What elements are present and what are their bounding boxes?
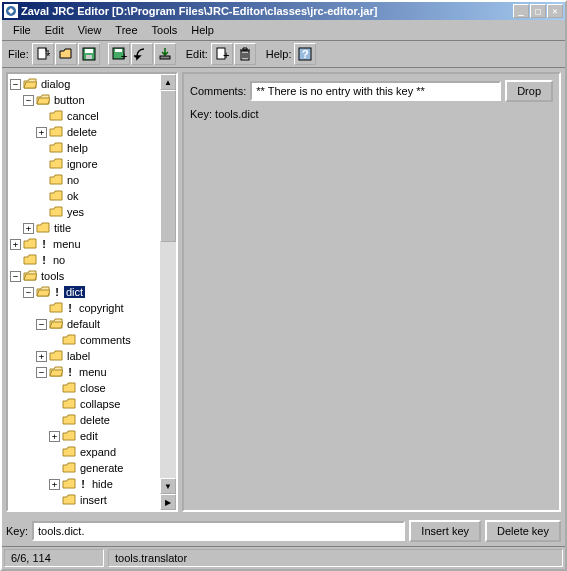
tree-row-close[interactable]: close xyxy=(10,380,160,396)
tree-row-default[interactable]: −default xyxy=(10,316,160,332)
minimize-button[interactable]: _ xyxy=(513,4,529,18)
node-label: yes xyxy=(65,206,86,218)
node-label-selected: dict xyxy=(64,286,85,298)
tree-row-menu[interactable]: +!menu xyxy=(10,236,160,252)
node-label: insert xyxy=(78,494,109,506)
node-label: delete xyxy=(78,414,112,426)
close-button[interactable]: ✕ xyxy=(547,4,563,18)
folder-open-icon xyxy=(36,286,50,298)
svg-rect-1 xyxy=(38,48,46,59)
status-left: 6/6, 114 xyxy=(4,549,104,567)
scroll-down-icon[interactable]: ▼ xyxy=(160,478,176,494)
scroll-thumb[interactable] xyxy=(160,90,176,242)
toolbar-help-label: Help: xyxy=(266,48,292,60)
undo-icon[interactable] xyxy=(131,43,153,65)
scroll-right-icon[interactable]: ▶ xyxy=(160,494,176,510)
tree-scroll[interactable]: −dialog −button cancel +delete help igno… xyxy=(8,74,160,510)
tree-row-tools[interactable]: −tools xyxy=(10,268,160,284)
insert-key-button[interactable]: Insert key xyxy=(409,520,481,542)
tree-row-edit[interactable]: +edit xyxy=(10,428,160,444)
tree-row-ok[interactable]: ok xyxy=(10,188,160,204)
tree-row-menu2[interactable]: −!menu xyxy=(10,364,160,380)
help-icon[interactable]: ? xyxy=(294,43,316,65)
delete-key-button[interactable]: Delete key xyxy=(485,520,561,542)
folder-closed-icon xyxy=(62,334,76,346)
comments-field[interactable]: ** There is no entry with this key ** xyxy=(250,81,501,101)
tree-row-cancel[interactable]: cancel xyxy=(10,108,160,124)
plus-icon[interactable]: + xyxy=(36,351,47,362)
menu-tools[interactable]: Tools xyxy=(145,22,185,38)
tree-row-insert[interactable]: insert xyxy=(10,492,160,508)
tree-scrollbar[interactable]: ▲ ▼ xyxy=(160,74,176,494)
minus-icon[interactable]: − xyxy=(36,367,47,378)
menu-tree[interactable]: Tree xyxy=(108,22,144,38)
tree-row-dict[interactable]: −!dict xyxy=(10,284,160,300)
plus-icon[interactable]: + xyxy=(23,223,34,234)
key-display-value: tools.dict xyxy=(215,108,258,120)
menu-view[interactable]: View xyxy=(71,22,109,38)
tree-row-ignore[interactable]: ignore xyxy=(10,156,160,172)
tree-row-generate[interactable]: generate xyxy=(10,460,160,476)
node-label: menu xyxy=(77,366,109,378)
tree-row-collapse[interactable]: collapse xyxy=(10,396,160,412)
node-label: generate xyxy=(78,462,125,474)
tree-row-label[interactable]: +label xyxy=(10,348,160,364)
tree-row-copyright[interactable]: !copyright xyxy=(10,300,160,316)
folder-closed-icon xyxy=(49,302,63,314)
menu-file[interactable]: File xyxy=(6,22,38,38)
tree-row-comments[interactable]: comments xyxy=(10,332,160,348)
minus-icon[interactable]: − xyxy=(10,79,21,90)
new-file-icon[interactable]: * xyxy=(32,43,54,65)
svg-text:?: ? xyxy=(302,48,309,60)
drop-button[interactable]: Drop xyxy=(505,80,553,102)
folder-closed-icon xyxy=(49,158,63,170)
save-as-icon[interactable]: + xyxy=(108,43,130,65)
folder-closed-icon xyxy=(62,414,76,426)
import-icon[interactable] xyxy=(154,43,176,65)
minus-icon[interactable]: − xyxy=(10,271,21,282)
minus-icon[interactable]: − xyxy=(36,319,47,330)
folder-open-icon xyxy=(23,78,37,90)
tree-row-title[interactable]: +title xyxy=(10,220,160,236)
folder-closed-icon xyxy=(23,238,37,250)
folder-closed-icon xyxy=(62,382,76,394)
node-label: default xyxy=(65,318,102,330)
tree-row-no2[interactable]: !no xyxy=(10,252,160,268)
folder-closed-icon xyxy=(62,494,76,506)
tree-row-hide[interactable]: +!hide xyxy=(10,476,160,492)
key-input[interactable] xyxy=(32,521,405,541)
plus-icon[interactable]: + xyxy=(36,127,47,138)
tree-row-button[interactable]: −button xyxy=(10,92,160,108)
delete-key-icon[interactable] xyxy=(234,43,256,65)
menu-edit[interactable]: Edit xyxy=(38,22,71,38)
folder-open-icon xyxy=(36,94,50,106)
maximize-button[interactable]: □ xyxy=(530,4,546,18)
node-label: title xyxy=(52,222,73,234)
warning-icon: ! xyxy=(65,302,75,314)
plus-icon[interactable]: + xyxy=(49,479,60,490)
folder-closed-icon xyxy=(49,126,63,138)
tree-row-delete[interactable]: +delete xyxy=(10,124,160,140)
minus-icon[interactable]: − xyxy=(23,95,34,106)
plus-icon[interactable]: + xyxy=(10,239,21,250)
node-label: delete xyxy=(65,126,99,138)
menu-help[interactable]: Help xyxy=(184,22,221,38)
tree-row-dialog[interactable]: −dialog xyxy=(10,76,160,92)
folder-closed-icon xyxy=(49,206,63,218)
tree-row-expand[interactable]: expand xyxy=(10,444,160,460)
folder-closed-icon xyxy=(62,430,76,442)
comments-row: Comments: ** There is no entry with this… xyxy=(190,80,553,102)
status-right: tools.translator xyxy=(108,549,563,567)
minus-icon[interactable]: − xyxy=(23,287,34,298)
node-label: no xyxy=(65,174,81,186)
titlebar: Zaval JRC Editor [D:\Program Files\JRC-E… xyxy=(2,2,565,20)
tree-row-no[interactable]: no xyxy=(10,172,160,188)
tree-row-delete2[interactable]: delete xyxy=(10,412,160,428)
plus-icon[interactable]: + xyxy=(49,431,60,442)
new-key-icon[interactable]: + xyxy=(211,43,233,65)
tree-row-yes[interactable]: yes xyxy=(10,204,160,220)
scroll-up-icon[interactable]: ▲ xyxy=(160,74,176,90)
open-file-icon[interactable] xyxy=(55,43,77,65)
save-file-icon[interactable] xyxy=(78,43,100,65)
tree-row-help[interactable]: help xyxy=(10,140,160,156)
